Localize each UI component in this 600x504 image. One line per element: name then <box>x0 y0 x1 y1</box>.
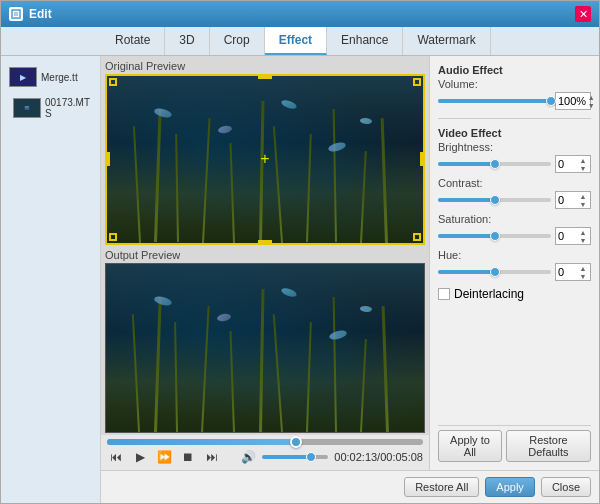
crop-handle-top[interactable] <box>258 74 272 79</box>
tab-crop[interactable]: Crop <box>210 27 265 55</box>
hue-spinbox[interactable]: 0 ▲ ▼ <box>555 263 591 281</box>
contrast-label: Contrast: <box>438 177 591 189</box>
crop-handle-left[interactable] <box>105 152 110 166</box>
original-preview-label: Original Preview <box>105 60 425 72</box>
hue-up[interactable]: ▲ <box>578 264 588 272</box>
progress-thumb[interactable] <box>290 436 302 448</box>
contrast-track[interactable] <box>438 198 551 202</box>
title-bar: Edit ✕ <box>1 1 599 27</box>
volume-track[interactable] <box>438 99 551 103</box>
saturation-label: Saturation: <box>438 213 591 225</box>
hue-spin-arrows: ▲ ▼ <box>578 264 588 280</box>
window-title: Edit <box>29 7 575 21</box>
merge-item[interactable]: ▶ Merge.tt <box>5 64 96 90</box>
volume-icon: 🔊 <box>241 450 256 464</box>
tab-rotate[interactable]: Rotate <box>101 27 165 55</box>
volume-value: 100% <box>558 95 586 107</box>
audio-effect-section: Audio Effect Volume: 100% ▲ <box>438 64 591 110</box>
original-preview-video: + <box>105 74 425 245</box>
svg-rect-0 <box>12 10 20 18</box>
file-name-label: 00173.MTS <box>45 97 92 119</box>
file-item[interactable]: ≋ 00173.MTS <box>5 94 96 122</box>
edit-window: Edit ✕ Rotate 3D Crop Effect Enhance Wat… <box>0 0 600 504</box>
brightness-label: Brightness: <box>438 141 591 153</box>
restore-all-button[interactable]: Restore All <box>404 477 479 497</box>
crop-handle-right[interactable] <box>420 152 425 166</box>
file-sidebar: ▶ Merge.tt ≋ 00173.MTS <box>1 56 101 503</box>
hue-track[interactable] <box>438 270 551 274</box>
output-preview-label: Output Preview <box>105 249 425 261</box>
crosshair-marker: + <box>260 150 269 168</box>
tab-watermark[interactable]: Watermark <box>403 27 490 55</box>
brightness-track[interactable] <box>438 162 551 166</box>
skip-start-button[interactable]: ⏮ <box>107 448 125 466</box>
volume-spin-arrows: ▲ ▼ <box>586 93 596 109</box>
video-effect-label: Video Effect <box>438 127 591 139</box>
video-area: Original Preview <box>101 56 429 470</box>
volume-label: Volume: <box>438 78 591 90</box>
saturation-up[interactable]: ▲ <box>578 228 588 236</box>
close-button[interactable]: Close <box>541 477 591 497</box>
merge-thumb: ▶ <box>9 67 37 87</box>
contrast-spin-arrows: ▲ ▼ <box>578 192 588 208</box>
volume-slider[interactable] <box>262 455 328 459</box>
fast-forward-button[interactable]: ⏩ <box>155 448 173 466</box>
contrast-down[interactable]: ▼ <box>578 200 588 208</box>
right-effects-panel: Audio Effect Volume: 100% ▲ <box>429 56 599 470</box>
volume-slider-row: 100% ▲ ▼ <box>438 92 591 110</box>
tab-effect[interactable]: Effect <box>265 27 327 55</box>
brightness-down[interactable]: ▼ <box>578 164 588 172</box>
restore-defaults-button[interactable]: Restore Defaults <box>506 430 591 462</box>
crop-handle-bottom[interactable] <box>258 240 272 245</box>
merge-label: Merge.tt <box>41 72 78 83</box>
deinterlacing-checkbox[interactable] <box>438 288 450 300</box>
crop-handle-br[interactable] <box>413 233 421 241</box>
brightness-value: 0 <box>558 158 564 170</box>
contrast-spinbox[interactable]: 0 ▲ ▼ <box>555 191 591 209</box>
video-background: + <box>107 76 423 243</box>
brightness-spinbox[interactable]: 0 ▲ ▼ <box>555 155 591 173</box>
skip-end-button[interactable]: ⏭ <box>203 448 221 466</box>
saturation-track[interactable] <box>438 234 551 238</box>
contrast-slider-row: 0 ▲ ▼ <box>438 191 591 209</box>
close-icon[interactable]: ✕ <box>575 6 591 22</box>
brightness-up[interactable]: ▲ <box>578 156 588 164</box>
saturation-value: 0 <box>558 230 564 242</box>
output-preview-section: Output Preview <box>101 247 429 436</box>
app-icon <box>9 7 23 21</box>
hue-down[interactable]: ▼ <box>578 272 588 280</box>
right-action-row: Apply to All Restore Defaults <box>438 425 591 462</box>
saturation-slider-row: 0 ▲ ▼ <box>438 227 591 245</box>
transport-controls: ⏮ ▶ ⏩ ⏹ ⏭ 🔊 00:02:13/00:05:08 <box>107 448 423 466</box>
original-preview-section: Original Preview <box>101 56 429 247</box>
output-fish-overlay <box>106 264 424 433</box>
audio-effect-label: Audio Effect <box>438 64 591 76</box>
apply-to-all-button[interactable]: Apply to All <box>438 430 502 462</box>
volume-up-arrow[interactable]: ▲ <box>586 93 596 101</box>
tab-enhance[interactable]: Enhance <box>327 27 403 55</box>
saturation-spinbox[interactable]: 0 ▲ ▼ <box>555 227 591 245</box>
crop-handle-tr[interactable] <box>413 78 421 86</box>
brightness-slider-row: 0 ▲ ▼ <box>438 155 591 173</box>
output-video-background <box>106 264 424 433</box>
transport-bar: ⏮ ▶ ⏩ ⏹ ⏭ 🔊 00:02:13/00:05:08 <box>101 435 429 470</box>
volume-down-arrow[interactable]: ▼ <box>586 101 596 109</box>
play-button[interactable]: ▶ <box>131 448 149 466</box>
crop-handle-bl[interactable] <box>109 233 117 241</box>
contrast-up[interactable]: ▲ <box>578 192 588 200</box>
bottom-buttons-bar: Restore All Apply Close <box>101 470 599 503</box>
tab-3d[interactable]: 3D <box>165 27 209 55</box>
saturation-down[interactable]: ▼ <box>578 236 588 244</box>
deinterlacing-label: Deinterlacing <box>454 287 524 301</box>
crop-handle-tl[interactable] <box>109 78 117 86</box>
section-divider <box>438 118 591 119</box>
apply-button[interactable]: Apply <box>485 477 535 497</box>
file-thumb: ≋ <box>13 98 41 118</box>
progress-track[interactable] <box>107 439 423 445</box>
time-display: 00:02:13/00:05:08 <box>334 451 423 463</box>
video-effect-section: Video Effect Brightness: 0 <box>438 127 591 301</box>
brightness-spin-arrows: ▲ ▼ <box>578 156 588 172</box>
stop-button[interactable]: ⏹ <box>179 448 197 466</box>
volume-spinbox[interactable]: 100% ▲ ▼ <box>555 92 591 110</box>
tabs-bar: Rotate 3D Crop Effect Enhance Watermark <box>1 27 599 56</box>
